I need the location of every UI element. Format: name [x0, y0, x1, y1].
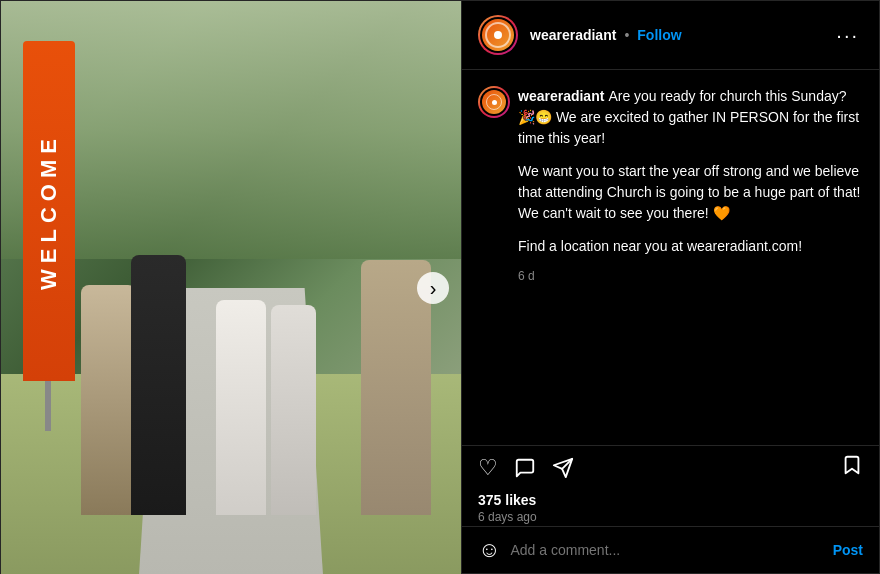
like-button[interactable]: ♡ — [478, 457, 498, 479]
caption-row: weareradiantAre you ready for church thi… — [478, 86, 863, 283]
caption-username[interactable]: weareradiant — [518, 88, 604, 104]
caption-avatar — [478, 86, 510, 118]
follow-button[interactable]: Follow — [637, 27, 681, 43]
post-container: WELCOME weareradia — [0, 0, 880, 574]
actions-row: ♡ — [462, 445, 879, 488]
comment-row: ☺ Post — [462, 526, 879, 573]
photo-background: WELCOME — [1, 1, 461, 574]
welcome-text: WELCOME — [36, 133, 62, 290]
person-3 — [216, 300, 266, 515]
likes-count: 375 likes — [478, 492, 863, 508]
person-4 — [271, 305, 316, 515]
avatar — [478, 15, 518, 55]
caption-paragraph-2: We want you to start the year off strong… — [518, 161, 863, 224]
caption-area: weareradiantAre you ready for church thi… — [462, 70, 879, 445]
person-1 — [81, 285, 136, 515]
post-comment-button[interactable]: Post — [833, 542, 863, 558]
likes-row: 375 likes 6 days ago — [462, 488, 879, 526]
username[interactable]: weareradiant — [530, 27, 616, 43]
action-icons: ♡ — [478, 457, 841, 479]
extra-paragraphs: We want you to start the year off strong… — [518, 161, 863, 257]
caption-timestamp: 6 d — [518, 269, 863, 283]
next-image-button[interactable] — [417, 272, 449, 304]
time-ago: 6 days ago — [478, 510, 863, 524]
username-area: weareradiant • Follow — [530, 27, 832, 43]
welcome-banner: WELCOME — [23, 41, 75, 381]
more-options-button[interactable]: ··· — [832, 24, 863, 47]
bookmark-button[interactable] — [841, 454, 863, 482]
emoji-button[interactable]: ☺ — [478, 537, 500, 563]
caption-content: weareradiantAre you ready for church thi… — [518, 86, 863, 283]
post-header: weareradiant • Follow ··· — [462, 1, 879, 70]
caption-paragraph-3: Find a location near you at weareradiant… — [518, 236, 863, 257]
image-panel: WELCOME — [1, 1, 461, 574]
dot-separator: • — [624, 27, 629, 43]
share-button[interactable] — [552, 457, 574, 479]
comment-button[interactable] — [514, 457, 536, 479]
caption-main-text: weareradiantAre you ready for church thi… — [518, 86, 863, 149]
content-panel: weareradiant • Follow ··· — [461, 1, 879, 573]
person-2 — [131, 255, 186, 515]
comment-input[interactable] — [510, 542, 822, 558]
